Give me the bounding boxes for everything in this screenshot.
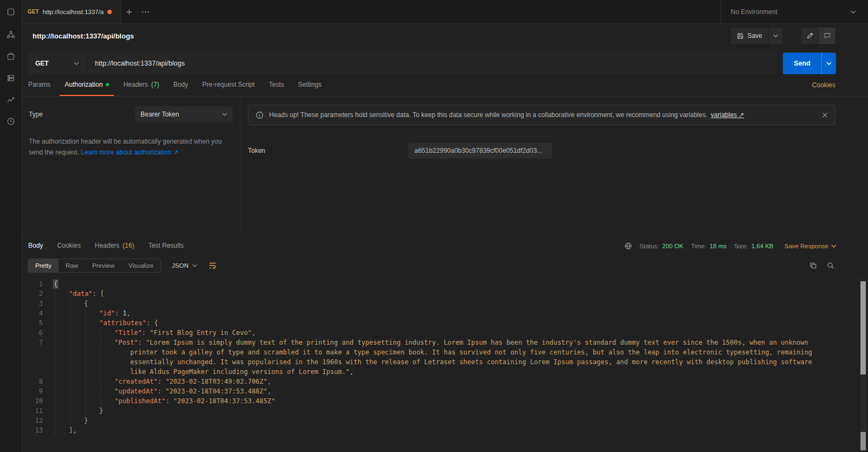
save-label: Save xyxy=(748,32,762,40)
wrap-text-icon[interactable] xyxy=(208,261,217,270)
response-tab-headers[interactable]: Headers (16) xyxy=(90,237,139,255)
line-number: 4 xyxy=(22,308,47,318)
save-response-button[interactable]: Save Response xyxy=(784,243,837,249)
request-tab[interactable]: GET http://localhost:1337/a xyxy=(22,0,121,23)
tab-body[interactable]: Body xyxy=(168,74,193,96)
tab-prerequest-script[interactable]: Pre-request Script xyxy=(197,74,260,96)
size-label: Size: xyxy=(734,243,748,249)
history-icon[interactable] xyxy=(0,111,22,132)
url-row: GET http://localhost:1337/api/blogs Send xyxy=(28,53,836,74)
code-line-content: "attributes": { xyxy=(54,318,829,328)
line-number: 13 xyxy=(22,425,47,435)
code-line: 2"data": [ xyxy=(22,289,868,299)
tab-params[interactable]: Params xyxy=(23,74,55,96)
time-value: 18 ms xyxy=(710,243,726,249)
tab-authorization[interactable]: Authorization xyxy=(60,74,114,96)
chevron-down-icon xyxy=(851,10,856,14)
response-tab-body[interactable]: Body xyxy=(23,237,48,255)
learn-more-link[interactable]: Learn more about authorization ↗ xyxy=(81,148,178,156)
auth-type-select[interactable]: Bearer Token xyxy=(135,106,233,122)
headers-count-badge: (7) xyxy=(151,81,159,88)
code-line-content: { xyxy=(54,279,829,289)
response-toolbar: Pretty Raw Preview Visualize JSON xyxy=(22,255,868,276)
response-view-switch: Pretty Raw Preview Visualize xyxy=(28,259,161,273)
code-line: 12} xyxy=(22,416,868,425)
request-tab-title: http://localhost:1337/a xyxy=(43,9,104,15)
format-selector[interactable]: JSON xyxy=(172,262,198,269)
response-body-editor[interactable]: 1{2"data": [3{4"id": 1,5"attributes": {6… xyxy=(22,276,868,452)
token-row: Token a651b22990a0b30c97839cf00e051df2d0… xyxy=(248,143,835,159)
comments-icon[interactable] xyxy=(818,28,835,44)
response-tab-cookies[interactable]: Cookies xyxy=(52,237,85,255)
code-line-content: } xyxy=(54,406,829,416)
token-input[interactable]: a651b22990a0b30c97839cf00e051df2d03... xyxy=(409,143,552,159)
line-number: 1 xyxy=(22,279,47,289)
line-number: 8 xyxy=(22,377,47,386)
environments-icon[interactable] xyxy=(0,46,22,67)
method-selector[interactable]: GET xyxy=(28,53,87,74)
main-panel: GET http://localhost:1337/a No Environme… xyxy=(22,0,868,452)
line-number: 11 xyxy=(22,406,47,416)
code-line-content: "publishedAt": "2023-02-18T04:37:53.485Z… xyxy=(54,396,829,406)
apis-icon[interactable] xyxy=(0,24,22,46)
scrollbar-thumb[interactable] xyxy=(860,281,866,374)
tab-settings[interactable]: Settings xyxy=(293,74,327,96)
response-toolbar-right xyxy=(809,262,834,269)
response-tab-headers-label: Headers xyxy=(95,242,119,249)
response-meta: Status: 200 OK Time: 18 ms Size: 1.64 KB… xyxy=(624,242,837,250)
globe-icon[interactable] xyxy=(624,242,632,250)
scrollbar-thumb-bottom[interactable] xyxy=(860,432,866,450)
line-number: 12 xyxy=(22,416,47,425)
line-number: 3 xyxy=(22,299,47,308)
url-input[interactable]: http://localhost:1337/api/blogs xyxy=(87,53,776,74)
info-icon xyxy=(256,111,264,119)
environment-label: No Environment xyxy=(731,8,777,16)
copy-icon[interactable] xyxy=(809,262,817,269)
monitors-icon[interactable] xyxy=(0,89,22,111)
banner-text: Heads up! These parameters hold sensitiv… xyxy=(269,111,816,119)
line-number: 7 xyxy=(22,338,47,377)
send-button[interactable]: Send xyxy=(783,53,836,74)
save-options-chevron-icon[interactable] xyxy=(768,28,783,44)
authorization-panel: Type Bearer Token The authorization head… xyxy=(22,96,868,236)
code-line-content: ], xyxy=(54,425,829,435)
code-line-content: } xyxy=(54,416,829,425)
code-line-content: "id": 1, xyxy=(54,308,829,318)
view-raw[interactable]: Raw xyxy=(59,259,85,272)
request-name: http://localhost:1337/api/blogs xyxy=(33,32,134,40)
tab-headers-label: Headers xyxy=(123,81,148,88)
collections-icon[interactable] xyxy=(0,0,22,24)
chevron-down-icon xyxy=(74,62,79,65)
view-pretty[interactable]: Pretty xyxy=(28,259,59,272)
view-preview[interactable]: Preview xyxy=(85,259,122,272)
line-number: 9 xyxy=(22,386,47,396)
left-rail xyxy=(0,0,22,452)
environment-selector[interactable]: No Environment xyxy=(720,0,868,23)
variables-link[interactable]: variables ↗ xyxy=(711,111,744,119)
response-tab-test-results[interactable]: Test Results xyxy=(143,237,188,255)
code-line: 4"id": 1, xyxy=(22,308,868,318)
new-tab-button[interactable] xyxy=(121,4,137,20)
url-value: http://localhost:1337/api/blogs xyxy=(95,60,184,67)
mock-servers-icon[interactable] xyxy=(0,67,22,89)
request-name-bar: http://localhost:1337/api/blogs Save xyxy=(22,24,868,48)
line-number: 2 xyxy=(22,289,47,299)
code-line-content: "updatedAt": "2023-02-18T04:37:53.488Z", xyxy=(54,386,829,396)
search-icon[interactable] xyxy=(827,262,834,269)
close-icon[interactable] xyxy=(822,112,828,118)
edit-pencil-icon[interactable] xyxy=(801,28,818,44)
send-options-chevron-icon[interactable] xyxy=(821,53,836,74)
cookies-link[interactable]: Cookies xyxy=(812,81,835,89)
tab-headers[interactable]: Headers (7) xyxy=(118,74,164,96)
tab-tests[interactable]: Tests xyxy=(264,74,289,96)
save-button[interactable]: Save xyxy=(731,28,783,44)
more-options-icon[interactable] xyxy=(137,4,154,20)
code-line: 9"updatedAt": "2023-02-18T04:37:53.488Z"… xyxy=(22,386,868,396)
view-visualize[interactable]: Visualize xyxy=(122,259,161,272)
unsaved-dot-icon[interactable] xyxy=(107,10,112,14)
response-scrollbar[interactable] xyxy=(860,279,866,450)
status-value: 200 OK xyxy=(662,243,684,249)
code-line-content: "data": [ xyxy=(54,289,829,299)
request-tabs: Params Authorization Headers (7) Body Pr… xyxy=(22,74,868,96)
status-label: Status: xyxy=(640,243,659,249)
